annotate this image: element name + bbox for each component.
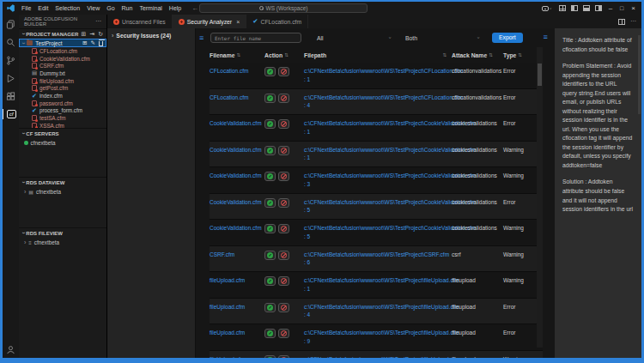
issue-filepath-link[interactable]: c:\CFNextBeta\cfusion\wwwroot\WS\TestPro… bbox=[304, 355, 452, 363]
issue-filepath-link[interactable]: c:\CFNextBeta\cfusion\wwwroot\WS\TestPro… bbox=[304, 172, 452, 189]
rds-fileview-header[interactable]: › RDS FILEVIEW bbox=[19, 227, 106, 238]
ignore-issue-button[interactable] bbox=[278, 94, 289, 103]
accept-issue-button[interactable]: ✓ bbox=[264, 355, 276, 363]
issue-filepath-link[interactable]: c:\CFNextBeta\cfusion\wwwroot\WS\TestPro… bbox=[304, 224, 452, 241]
tree-item-file[interactable]: getPost.cfm bbox=[19, 84, 106, 92]
column-header-attack-name[interactable]: Attack Name⇅ bbox=[452, 52, 503, 58]
accept-issue-button[interactable]: ✓ bbox=[264, 94, 276, 103]
issue-filename-link[interactable]: CFLocation.cfm bbox=[210, 67, 264, 76]
table-menu-icon[interactable]: ≡ bbox=[199, 34, 210, 42]
account-icon[interactable] bbox=[3, 344, 19, 354]
ignore-issue-button[interactable] bbox=[278, 251, 289, 260]
tree-item-file[interactable]: ✔process_form.cfm bbox=[19, 107, 106, 115]
accept-issue-button[interactable]: ✓ bbox=[264, 172, 276, 181]
run-debug-icon[interactable] bbox=[3, 73, 19, 83]
refresh-icon[interactable]: ↻ bbox=[98, 31, 103, 38]
ignore-issue-button[interactable] bbox=[278, 355, 289, 363]
menu-run[interactable]: Run bbox=[118, 5, 137, 11]
toggle-secondary-sidebar-icon[interactable] bbox=[595, 5, 602, 11]
coldfusion-builder-icon[interactable]: cf bbox=[3, 109, 19, 119]
toggle-panel-icon[interactable] bbox=[583, 5, 590, 11]
accept-issue-button[interactable]: ✓ bbox=[264, 224, 276, 233]
rds-dataview-header[interactable]: › RDS DATAVIEW bbox=[19, 177, 106, 187]
ignore-issue-button[interactable] bbox=[278, 146, 289, 155]
tab-unscanned-files[interactable]: Unscanned Files bbox=[107, 15, 173, 28]
new-project-icon[interactable]: ⊞ bbox=[81, 31, 86, 38]
severity-dropdown[interactable]: All › bbox=[312, 35, 400, 41]
column-header-filename[interactable]: Filename⇅ bbox=[210, 52, 264, 58]
menu-edit[interactable]: Edit bbox=[34, 5, 52, 11]
tree-item-file[interactable]: ✔index.cfm bbox=[19, 92, 106, 100]
server-item[interactable]: cfnextbeta bbox=[19, 138, 106, 146]
accept-issue-button[interactable]: ✓ bbox=[264, 67, 276, 76]
issue-filepath-link[interactable]: c:\CFNextBeta\cfusion\wwwroot\WS\TestPro… bbox=[304, 94, 452, 111]
source-control-icon[interactable] bbox=[3, 55, 19, 65]
more-actions-icon[interactable]: ⋯ bbox=[95, 18, 101, 25]
vscroll-thumb[interactable] bbox=[538, 64, 542, 86]
close-tab-icon[interactable]: × bbox=[236, 19, 240, 25]
search-sidebar-icon[interactable] bbox=[3, 37, 19, 47]
issue-filename-link[interactable]: CookieValidation.cfm bbox=[210, 198, 264, 207]
issue-row[interactable]: CFLocation.cfm✓c:\CFNextBeta\cfusion\www… bbox=[210, 63, 543, 89]
ignore-issue-button[interactable] bbox=[278, 329, 289, 338]
issue-filename-link[interactable]: fileUpload.cfm bbox=[210, 303, 264, 312]
tree-item-project[interactable]: › TestProject ⊞ ✎ bbox=[19, 39, 106, 47]
explorer-icon[interactable] bbox=[3, 19, 19, 29]
issue-filepath-link[interactable]: c:\CFNextBeta\cfusion\wwwroot\WS\TestPro… bbox=[304, 67, 452, 84]
sort-icon[interactable]: ⇅ bbox=[236, 52, 240, 57]
ignore-issue-button[interactable] bbox=[278, 67, 289, 76]
accept-issue-button[interactable]: ✓ bbox=[264, 198, 276, 208]
accept-issue-button[interactable]: ✓ bbox=[264, 146, 276, 155]
more-actions-icon[interactable]: ⋯ bbox=[630, 18, 636, 25]
new-file-icon[interactable]: ⊞ bbox=[82, 39, 87, 46]
issue-row[interactable]: CookieValidation.cfm✓c:\CFNextBeta\cfusi… bbox=[210, 194, 543, 221]
issue-filename-link[interactable]: CSRF.cfm bbox=[210, 251, 264, 259]
rds-dataview-item[interactable]: › ▤ cfnextbeta bbox=[19, 187, 106, 195]
tree-item-file[interactable]: CFLocation.cfm bbox=[19, 47, 106, 55]
menu-file[interactable]: File bbox=[18, 5, 34, 11]
type-dropdown[interactable]: Both › bbox=[400, 35, 489, 41]
menu-view[interactable]: View bbox=[83, 5, 103, 11]
issue-row[interactable]: CookieValidation.cfm✓c:\CFNextBeta\cfusi… bbox=[210, 167, 543, 194]
issue-row[interactable]: CookieValidation.cfm✓c:\CFNextBeta\cfusi… bbox=[210, 220, 543, 246]
tree-item-file[interactable]: fileUpload.cfm bbox=[19, 77, 106, 85]
accept-issue-button[interactable]: ✓ bbox=[264, 329, 276, 338]
rename-icon[interactable]: ✎ bbox=[91, 39, 95, 46]
minimize-button[interactable]: – bbox=[609, 4, 612, 12]
issue-filepath-link[interactable]: c:\CFNextBeta\cfusion\wwwroot\WS\TestPro… bbox=[304, 329, 452, 346]
accept-issue-button[interactable]: ✓ bbox=[264, 251, 276, 260]
cf-servers-header[interactable]: › CF SERVERS bbox=[19, 128, 106, 138]
command-center-search[interactable]: WS (Workspace) bbox=[199, 3, 368, 13]
issue-filepath-link[interactable]: c:\CFNextBeta\cfusion\wwwroot\WS\TestPro… bbox=[304, 119, 452, 136]
copilot-menu[interactable]: › bbox=[542, 6, 552, 11]
column-header-type[interactable]: Type⇅ bbox=[503, 52, 531, 58]
customize-layout-icon[interactable] bbox=[559, 5, 566, 11]
menu-selection[interactable]: Selection bbox=[52, 5, 83, 11]
accept-issue-button[interactable]: ✓ bbox=[264, 119, 276, 129]
import-project-icon[interactable]: ⇥ bbox=[89, 31, 94, 38]
security-issues-header[interactable]: › Security Issues (24) bbox=[107, 33, 195, 39]
tree-item-file[interactable]: XSSA.cfm bbox=[19, 122, 106, 128]
toggle-sidebar-icon[interactable] bbox=[571, 5, 578, 11]
split-editor-icon[interactable] bbox=[618, 19, 625, 25]
details-scrollbar[interactable] bbox=[638, 35, 641, 114]
sort-icon[interactable]: ⇅ bbox=[518, 52, 522, 57]
issue-filename-link[interactable]: CookieValidation.cfm bbox=[210, 119, 264, 128]
issue-row[interactable]: CookieValidation.cfm✓c:\CFNextBeta\cfusi… bbox=[210, 142, 543, 168]
issue-filename-link[interactable]: CFLocation.cfm bbox=[210, 94, 264, 102]
ignore-issue-button[interactable] bbox=[278, 172, 289, 181]
issue-filepath-link[interactable]: c:\CFNextBeta\cfusion\wwwroot\WS\TestPro… bbox=[304, 146, 452, 163]
tree-item-file[interactable]: testSA.cfm bbox=[19, 114, 106, 122]
issue-filename-link[interactable]: CookieValidation.cfm bbox=[210, 224, 264, 233]
issue-filepath-link[interactable]: c:\CFNextBeta\cfusion\wwwroot\WS\TestPro… bbox=[304, 303, 452, 320]
issue-row[interactable]: fileUpload.cfm✓c:\CFNextBeta\cfusion\www… bbox=[210, 351, 543, 363]
vertical-scrollbar[interactable] bbox=[537, 47, 543, 348]
issue-row[interactable]: CookieValidation.cfm✓c:\CFNextBeta\cfusi… bbox=[210, 115, 543, 142]
ignore-issue-button[interactable] bbox=[278, 119, 289, 129]
issue-filename-link[interactable]: CookieValidation.cfm bbox=[210, 146, 264, 154]
issue-filename-link[interactable]: CookieValidation.cfm bbox=[210, 172, 264, 180]
tree-item-file[interactable]: ▤Dummy.txt bbox=[19, 70, 106, 77]
back-icon[interactable]: ← bbox=[191, 4, 198, 12]
sort-icon[interactable]: ⇅ bbox=[284, 52, 289, 57]
column-header-filepath[interactable]: Filepath⇅ bbox=[304, 52, 452, 58]
